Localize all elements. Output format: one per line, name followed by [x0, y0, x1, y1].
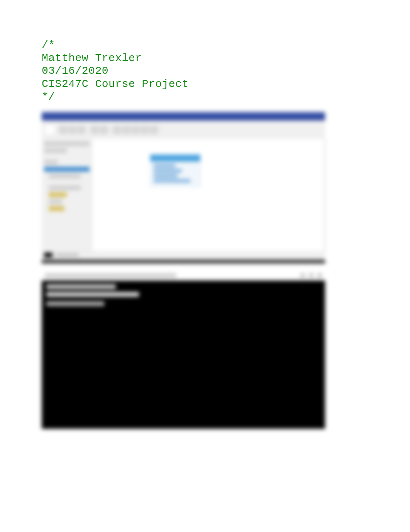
sidebar-subitem[interactable] [49, 206, 64, 211]
sidebar-item[interactable] [44, 160, 58, 165]
sidebar-item-selected[interactable] [44, 167, 90, 172]
class-header [150, 155, 200, 161]
minimize-icon[interactable] [300, 274, 305, 277]
ide-toolbar [42, 121, 325, 139]
toolbar-button[interactable] [131, 126, 140, 134]
comment-close: */ [42, 90, 371, 104]
sidebar-subitem[interactable] [49, 174, 81, 178]
ide-body [42, 139, 325, 251]
console-titlebar [42, 270, 325, 280]
ide-titlebar [42, 112, 325, 121]
class-body [150, 161, 200, 187]
console-line [46, 284, 116, 289]
toolbar-button[interactable] [77, 126, 86, 134]
comment-date: 03/16/2020 [42, 65, 371, 78]
toolbar-button[interactable] [113, 126, 121, 134]
window-controls [300, 274, 322, 277]
ide-statusbar [42, 251, 325, 259]
toolbar-group [90, 126, 108, 134]
console-line [46, 301, 104, 306]
console-line [46, 292, 139, 297]
ide-canvas[interactable] [92, 139, 325, 251]
class-diagram-box[interactable] [150, 155, 200, 187]
toolbar-button[interactable] [68, 126, 76, 134]
class-member [154, 179, 190, 182]
sidebar-subitem[interactable] [49, 185, 81, 190]
comment-open: /* [42, 39, 371, 52]
class-member [154, 169, 182, 172]
code-comment-block: /* Matthew Trexler 03/16/2020 CIS247C Co… [42, 39, 371, 104]
toolbar-button[interactable] [122, 126, 130, 134]
ide-screenshot [42, 112, 325, 267]
status-text [56, 253, 79, 257]
comment-project: CIS247C Course Project [42, 78, 371, 91]
console-screenshot [42, 270, 325, 429]
toolbar-button[interactable] [150, 126, 158, 134]
sidebar-item[interactable] [44, 148, 67, 153]
class-member [154, 164, 175, 167]
toolbar-button[interactable] [59, 126, 67, 134]
sidebar-item[interactable] [44, 141, 90, 146]
sidebar-subitem[interactable] [49, 192, 67, 197]
toolbar-group [46, 126, 54, 134]
maximize-icon[interactable] [309, 274, 313, 277]
class-member [154, 174, 178, 177]
ide-output-bar [42, 260, 325, 263]
console-body [42, 280, 325, 429]
toolbar-button[interactable] [141, 126, 149, 134]
toolbar-group [113, 126, 158, 134]
toolbar-button[interactable] [46, 126, 54, 134]
toolbar-group [59, 126, 86, 134]
console-path [45, 274, 176, 277]
sidebar-subitem[interactable] [49, 199, 62, 204]
close-icon[interactable] [317, 274, 322, 277]
ide-sidebar [42, 139, 92, 251]
status-indicator [44, 253, 53, 257]
toolbar-button[interactable] [90, 126, 99, 134]
toolbar-button[interactable] [100, 126, 108, 134]
comment-author: Matthew Trexler [42, 52, 371, 65]
